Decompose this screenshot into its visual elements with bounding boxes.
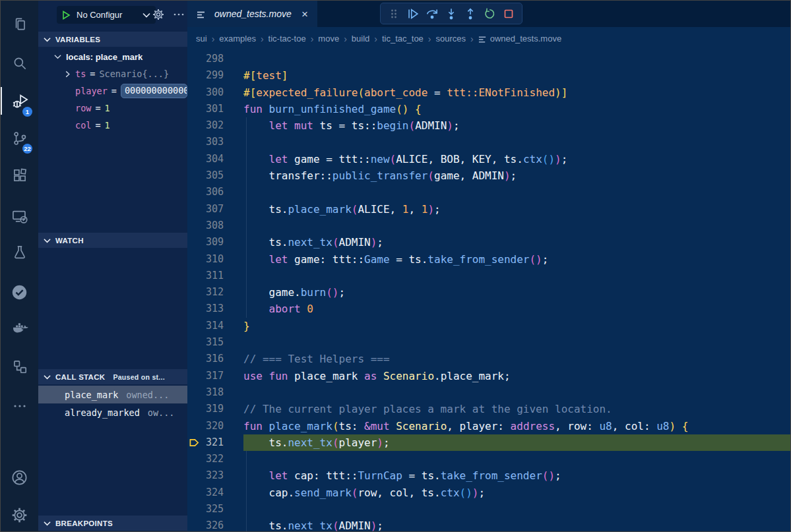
code-line-content[interactable]: fun place_mark(ts: &mut Scenario, player… xyxy=(243,418,790,434)
editor-gutter[interactable]: 315 xyxy=(187,334,243,351)
code-line-content[interactable]: ts.next_tx(player); xyxy=(243,434,790,451)
code-line-content[interactable]: #[expected_failure(abort_code = ttt::ENo… xyxy=(243,84,790,101)
editor-gutter[interactable]: 322 xyxy=(187,451,243,467)
code-line-content[interactable]: let mut ts = ts::begin(ADMIN); xyxy=(243,117,790,134)
editor-gutter[interactable]: 318 xyxy=(187,384,243,401)
editor-gutter[interactable]: 312 xyxy=(187,284,243,301)
code-line[interactable]: 306 xyxy=(187,184,790,200)
breadcrumb-item[interactable]: examples xyxy=(219,34,256,44)
code-line-content[interactable]: // === Test Helpers === xyxy=(243,351,790,367)
code-line[interactable]: 316// === Test Helpers === xyxy=(187,351,790,367)
variable-row[interactable]: row=1 xyxy=(38,100,187,117)
code-line[interactable]: 324 cap.send_mark(row, col, ts.ctx()); xyxy=(187,485,790,501)
editor-gutter[interactable]: 314 xyxy=(187,318,243,334)
code-line-content[interactable] xyxy=(243,218,790,234)
explorer-icon[interactable] xyxy=(1,11,38,36)
call-stack-section-header[interactable]: CALL STACK Paused on st... xyxy=(38,369,187,384)
variables-section-header[interactable]: VARIABLES xyxy=(38,32,187,47)
editor-gutter[interactable]: 320 xyxy=(187,418,243,434)
code-line[interactable]: 309 ts.next_tx(ADMIN); xyxy=(187,234,790,251)
editor-gutter[interactable]: 306 xyxy=(187,184,243,200)
tab-close-icon[interactable]: × xyxy=(299,9,311,20)
editor-gutter[interactable]: 323 xyxy=(187,467,243,484)
step-over-button[interactable] xyxy=(424,5,441,22)
tab-owned-tests-move[interactable]: owned_tests.move × xyxy=(187,1,317,27)
code-line[interactable]: 315 xyxy=(187,334,790,351)
views-more-actions-icon[interactable] xyxy=(172,7,186,22)
editor-gutter[interactable]: 321 xyxy=(187,434,243,451)
toolbar-drag-handle[interactable] xyxy=(385,5,402,22)
variable-row[interactable]: col=1 xyxy=(38,117,187,134)
code-line-content[interactable]: abort 0 xyxy=(243,301,790,317)
editor-gutter[interactable]: 304 xyxy=(187,151,243,167)
breadcrumb-item[interactable]: tic-tac-toe xyxy=(269,34,306,44)
extensions-icon[interactable] xyxy=(1,163,38,188)
code-line[interactable]: 298 xyxy=(187,51,790,67)
check-circle-icon[interactable] xyxy=(1,280,38,305)
breadcrumb-item[interactable]: build xyxy=(352,34,369,44)
hierarchy-icon[interactable] xyxy=(1,354,38,379)
code-line[interactable]: 312 game.burn(); xyxy=(187,284,790,301)
code-line[interactable]: 310 let game: ttt::Game = ts.take_from_s… xyxy=(187,251,790,268)
editor-gutter[interactable]: 305 xyxy=(187,167,243,184)
code-line-content[interactable]: let game: ttt::Game = ts.take_from_sende… xyxy=(243,251,790,268)
editor-gutter[interactable]: 313 xyxy=(187,301,243,317)
editor-gutter[interactable]: 324 xyxy=(187,485,243,501)
account-icon[interactable] xyxy=(1,465,38,490)
code-line-content[interactable] xyxy=(243,184,790,200)
code-line-content[interactable] xyxy=(243,451,790,467)
breadcrumb-item[interactable]: sui xyxy=(196,34,207,44)
breadcrumb-item[interactable]: owned_tests.move xyxy=(490,34,561,44)
code-line[interactable]: 323 let cap: ttt::TurnCap = ts.take_from… xyxy=(187,467,790,484)
editor-gutter[interactable]: 326 xyxy=(187,517,243,531)
breadcrumb-item[interactable]: move xyxy=(318,34,339,44)
step-out-button[interactable] xyxy=(462,5,479,22)
editor-gutter[interactable]: 317 xyxy=(187,368,243,384)
code-line[interactable]: 319// The current player places a mark a… xyxy=(187,401,790,417)
editor-gutter[interactable]: 311 xyxy=(187,268,243,284)
code-line[interactable]: 307 ts.place_mark(ALICE, 1, 1); xyxy=(187,201,790,218)
stack-frame[interactable]: already_markedow... xyxy=(38,403,187,421)
more-views-icon[interactable] xyxy=(1,394,38,419)
code-line-content[interactable]: game.burn(); xyxy=(243,284,790,301)
code-line[interactable]: 302 let mut ts = ts::begin(ADMIN); xyxy=(187,117,790,134)
code-line-content[interactable]: transfer::public_transfer(game, ADMIN); xyxy=(243,167,790,184)
editor-gutter[interactable]: 310 xyxy=(187,251,243,268)
continue-button[interactable] xyxy=(404,5,422,22)
editor-gutter[interactable]: 309 xyxy=(187,234,243,251)
code-line-content[interactable]: ts.place_mark(ALICE, 1, 1); xyxy=(243,201,790,218)
code-line-content[interactable] xyxy=(243,384,790,401)
editor-gutter[interactable]: 303 xyxy=(187,134,243,150)
code-line-content[interactable] xyxy=(243,501,790,517)
code-line-content[interactable]: let cap: ttt::TurnCap = ts.take_from_sen… xyxy=(243,467,790,484)
editor-gutter[interactable]: 325 xyxy=(187,501,243,517)
editor-gutter[interactable]: 299 xyxy=(187,67,243,84)
editor-gutter[interactable]: 319 xyxy=(187,401,243,417)
code-line-content[interactable] xyxy=(243,334,790,351)
launch-config-dropdown[interactable]: No Configur xyxy=(57,6,156,24)
remote-explorer-icon[interactable] xyxy=(1,204,38,229)
start-debug-icon[interactable] xyxy=(62,11,71,20)
editor-gutter[interactable]: 298 xyxy=(187,51,243,67)
code-line-content[interactable]: ts.next_tx(ADMIN); xyxy=(243,234,790,251)
debug-settings-gear-icon[interactable] xyxy=(150,7,166,22)
code-line[interactable]: 314} xyxy=(187,318,790,334)
editor-gutter[interactable]: 307 xyxy=(187,201,243,218)
watch-section-header[interactable]: WATCH xyxy=(38,233,187,248)
variable-row[interactable]: player=000000000000… xyxy=(38,82,187,100)
code-line[interactable]: 325 xyxy=(187,501,790,517)
editor-gutter[interactable]: 316 xyxy=(187,351,243,367)
step-into-button[interactable] xyxy=(443,5,460,22)
code-line[interactable]: 320fun place_mark(ts: &mut Scenario, pla… xyxy=(187,418,790,434)
code-line[interactable]: 322 xyxy=(187,451,790,467)
code-line[interactable]: 305 transfer::public_transfer(game, ADMI… xyxy=(187,167,790,184)
code-line[interactable]: 313 abort 0 xyxy=(187,301,790,317)
code-line-content[interactable] xyxy=(243,51,790,67)
code-editor[interactable]: 298299#[test]300#[expected_failure(abort… xyxy=(187,51,790,531)
code-line[interactable]: 299#[test] xyxy=(187,67,790,84)
editor-gutter[interactable]: 302 xyxy=(187,117,243,134)
editor-gutter[interactable]: 308 xyxy=(187,218,243,234)
code-line[interactable]: 311 xyxy=(187,268,790,284)
settings-gear-icon[interactable] xyxy=(1,502,38,527)
code-line-content[interactable]: // The current player places a mark at t… xyxy=(243,401,790,417)
